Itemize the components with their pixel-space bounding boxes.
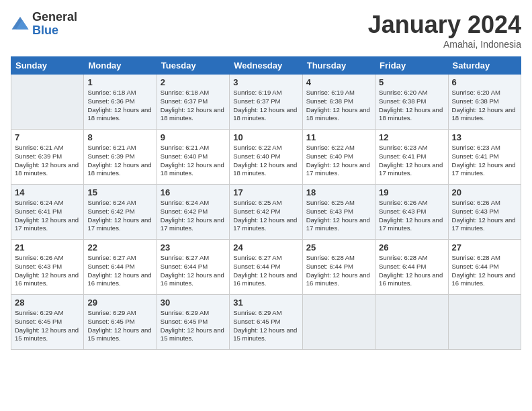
calendar-day-cell: 6Sunrise: 6:20 AM Sunset: 6:38 PM Daylig… xyxy=(448,75,521,130)
calendar-week-row: 21Sunrise: 6:26 AM Sunset: 6:43 PM Dayli… xyxy=(11,240,521,295)
day-number: 1 xyxy=(87,77,152,87)
day-number: 23 xyxy=(161,242,226,253)
calendar-day-cell: 24Sunrise: 6:27 AM Sunset: 6:44 PM Dayli… xyxy=(230,240,302,295)
calendar-day-cell: 17Sunrise: 6:25 AM Sunset: 6:42 PM Dayli… xyxy=(230,185,302,240)
month-title: January 2024 xyxy=(368,11,521,39)
calendar-day-cell: 13Sunrise: 6:23 AM Sunset: 6:41 PM Dayli… xyxy=(448,130,521,185)
day-info: Sunrise: 6:26 AM Sunset: 6:43 PM Dayligh… xyxy=(452,199,517,233)
day-info: Sunrise: 6:29 AM Sunset: 6:45 PM Dayligh… xyxy=(87,309,152,343)
day-number: 22 xyxy=(87,242,152,253)
day-number: 13 xyxy=(452,132,517,142)
calendar-day-cell: 8Sunrise: 6:21 AM Sunset: 6:39 PM Daylig… xyxy=(84,130,157,185)
logo-icon xyxy=(11,15,30,34)
day-header: Monday xyxy=(84,57,157,75)
day-number: 10 xyxy=(233,132,298,142)
day-info: Sunrise: 6:27 AM Sunset: 6:44 PM Dayligh… xyxy=(87,254,152,288)
day-info: Sunrise: 6:21 AM Sunset: 6:40 PM Dayligh… xyxy=(161,144,226,178)
day-number: 8 xyxy=(87,132,152,142)
day-number: 16 xyxy=(161,187,226,197)
calendar-week-row: 1Sunrise: 6:18 AM Sunset: 6:36 PM Daylig… xyxy=(11,75,521,130)
day-info: Sunrise: 6:22 AM Sunset: 6:40 PM Dayligh… xyxy=(306,144,371,178)
day-number: 11 xyxy=(306,132,371,142)
calendar-day-cell: 2Sunrise: 6:18 AM Sunset: 6:37 PM Daylig… xyxy=(157,75,229,130)
calendar-day-cell: 30Sunrise: 6:29 AM Sunset: 6:45 PM Dayli… xyxy=(157,295,229,350)
calendar-day-cell: 22Sunrise: 6:27 AM Sunset: 6:44 PM Dayli… xyxy=(84,240,157,295)
day-info: Sunrise: 6:19 AM Sunset: 6:37 PM Dayligh… xyxy=(233,89,298,123)
day-header: Wednesday xyxy=(230,57,302,75)
calendar-day-cell: 11Sunrise: 6:22 AM Sunset: 6:40 PM Dayli… xyxy=(302,130,375,185)
day-info: Sunrise: 6:21 AM Sunset: 6:39 PM Dayligh… xyxy=(87,144,152,178)
day-info: Sunrise: 6:28 AM Sunset: 6:44 PM Dayligh… xyxy=(306,254,371,288)
calendar-day-cell xyxy=(375,295,448,350)
calendar-day-cell: 23Sunrise: 6:27 AM Sunset: 6:44 PM Dayli… xyxy=(157,240,229,295)
day-number: 3 xyxy=(233,77,298,87)
calendar-day-cell: 31Sunrise: 6:29 AM Sunset: 6:45 PM Dayli… xyxy=(230,295,302,350)
calendar-week-row: 28Sunrise: 6:29 AM Sunset: 6:45 PM Dayli… xyxy=(11,295,521,350)
calendar-day-cell: 25Sunrise: 6:28 AM Sunset: 6:44 PM Dayli… xyxy=(302,240,375,295)
day-number: 19 xyxy=(379,187,444,197)
calendar-day-cell: 21Sunrise: 6:26 AM Sunset: 6:43 PM Dayli… xyxy=(11,240,84,295)
day-number: 24 xyxy=(233,242,298,253)
calendar-day-cell: 10Sunrise: 6:22 AM Sunset: 6:40 PM Dayli… xyxy=(230,130,302,185)
day-info: Sunrise: 6:22 AM Sunset: 6:40 PM Dayligh… xyxy=(233,144,298,178)
day-number: 14 xyxy=(15,187,80,197)
logo-blue: Blue xyxy=(32,24,77,38)
logo-text: General Blue xyxy=(32,11,77,38)
day-info: Sunrise: 6:23 AM Sunset: 6:41 PM Dayligh… xyxy=(452,144,517,178)
calendar-day-cell: 29Sunrise: 6:29 AM Sunset: 6:45 PM Dayli… xyxy=(84,295,157,350)
title-block: January 2024 Amahai, Indonesia xyxy=(368,11,521,50)
day-number: 27 xyxy=(452,242,517,253)
calendar-day-cell: 15Sunrise: 6:24 AM Sunset: 6:42 PM Dayli… xyxy=(84,185,157,240)
calendar-day-cell: 19Sunrise: 6:26 AM Sunset: 6:43 PM Dayli… xyxy=(375,185,448,240)
day-number: 15 xyxy=(87,187,152,197)
calendar-week-row: 14Sunrise: 6:24 AM Sunset: 6:41 PM Dayli… xyxy=(11,185,521,240)
logo-general: General xyxy=(32,11,77,24)
day-number: 31 xyxy=(233,298,298,308)
day-info: Sunrise: 6:24 AM Sunset: 6:42 PM Dayligh… xyxy=(161,199,226,233)
calendar-day-cell: 26Sunrise: 6:28 AM Sunset: 6:44 PM Dayli… xyxy=(375,240,448,295)
day-header: Sunday xyxy=(11,57,84,75)
calendar-table: SundayMondayTuesdayWednesdayThursdayFrid… xyxy=(11,56,521,350)
calendar-day-cell: 1Sunrise: 6:18 AM Sunset: 6:36 PM Daylig… xyxy=(84,75,157,130)
day-header: Thursday xyxy=(302,57,375,75)
day-info: Sunrise: 6:29 AM Sunset: 6:45 PM Dayligh… xyxy=(15,309,80,343)
day-number: 12 xyxy=(379,132,444,142)
calendar-day-cell: 9Sunrise: 6:21 AM Sunset: 6:40 PM Daylig… xyxy=(157,130,229,185)
day-number: 29 xyxy=(87,298,152,308)
day-header: Saturday xyxy=(448,57,521,75)
day-info: Sunrise: 6:24 AM Sunset: 6:41 PM Dayligh… xyxy=(15,199,80,233)
calendar-day-cell: 3Sunrise: 6:19 AM Sunset: 6:37 PM Daylig… xyxy=(230,75,302,130)
day-header: Friday xyxy=(375,57,448,75)
calendar-day-cell: 20Sunrise: 6:26 AM Sunset: 6:43 PM Dayli… xyxy=(448,185,521,240)
day-number: 18 xyxy=(306,187,371,197)
day-number: 5 xyxy=(379,77,444,87)
day-info: Sunrise: 6:25 AM Sunset: 6:42 PM Dayligh… xyxy=(233,199,298,233)
day-info: Sunrise: 6:23 AM Sunset: 6:41 PM Dayligh… xyxy=(379,144,444,178)
day-number: 30 xyxy=(161,298,226,308)
day-info: Sunrise: 6:29 AM Sunset: 6:45 PM Dayligh… xyxy=(233,309,298,343)
day-number: 25 xyxy=(306,242,371,253)
day-number: 6 xyxy=(452,77,517,87)
calendar-day-cell xyxy=(448,295,521,350)
day-number: 4 xyxy=(306,77,371,87)
calendar-day-cell: 16Sunrise: 6:24 AM Sunset: 6:42 PM Dayli… xyxy=(157,185,229,240)
day-number: 2 xyxy=(161,77,226,87)
calendar-day-cell: 14Sunrise: 6:24 AM Sunset: 6:41 PM Dayli… xyxy=(11,185,84,240)
day-number: 20 xyxy=(452,187,517,197)
logo: General Blue xyxy=(11,11,77,38)
day-info: Sunrise: 6:26 AM Sunset: 6:43 PM Dayligh… xyxy=(15,254,80,288)
day-info: Sunrise: 6:26 AM Sunset: 6:43 PM Dayligh… xyxy=(379,199,444,233)
day-info: Sunrise: 6:18 AM Sunset: 6:36 PM Dayligh… xyxy=(87,89,152,123)
day-info: Sunrise: 6:29 AM Sunset: 6:45 PM Dayligh… xyxy=(161,309,226,343)
calendar-day-cell: 28Sunrise: 6:29 AM Sunset: 6:45 PM Dayli… xyxy=(11,295,84,350)
day-info: Sunrise: 6:24 AM Sunset: 6:42 PM Dayligh… xyxy=(87,199,152,233)
day-header: Tuesday xyxy=(157,57,229,75)
day-number: 17 xyxy=(233,187,298,197)
day-number: 26 xyxy=(379,242,444,253)
day-info: Sunrise: 6:25 AM Sunset: 6:43 PM Dayligh… xyxy=(306,199,371,233)
day-info: Sunrise: 6:27 AM Sunset: 6:44 PM Dayligh… xyxy=(161,254,226,288)
day-info: Sunrise: 6:28 AM Sunset: 6:44 PM Dayligh… xyxy=(452,254,517,288)
calendar-day-cell: 7Sunrise: 6:21 AM Sunset: 6:39 PM Daylig… xyxy=(11,130,84,185)
calendar-day-cell xyxy=(11,75,84,130)
calendar-day-cell: 12Sunrise: 6:23 AM Sunset: 6:41 PM Dayli… xyxy=(375,130,448,185)
